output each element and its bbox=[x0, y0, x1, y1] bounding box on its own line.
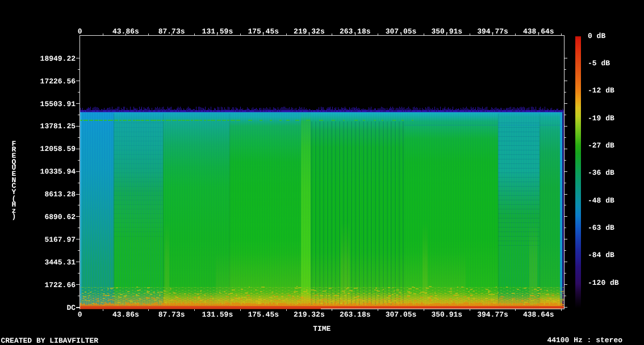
svg-text:10335.94: 10335.94 bbox=[40, 167, 76, 176]
svg-text:6890.62: 6890.62 bbox=[44, 213, 76, 221]
svg-text:-27 dB: -27 dB bbox=[588, 141, 614, 150]
svg-text:263.18s: 263.18s bbox=[340, 310, 371, 319]
svg-text:131.59s: 131.59s bbox=[202, 310, 233, 319]
svg-text:131.59s: 131.59s bbox=[202, 27, 233, 36]
svg-text:3445.31: 3445.31 bbox=[44, 258, 76, 267]
svg-text:175.45s: 175.45s bbox=[248, 310, 279, 319]
svg-text:0: 0 bbox=[78, 27, 82, 36]
svg-text:438.64s: 438.64s bbox=[523, 310, 554, 319]
svg-text:43.86s: 43.86s bbox=[112, 310, 139, 319]
svg-text:175.45s: 175.45s bbox=[248, 27, 279, 36]
svg-text:350.91s: 350.91s bbox=[431, 310, 462, 319]
svg-text:12058.59: 12058.59 bbox=[40, 145, 76, 153]
svg-text:307.05s: 307.05s bbox=[386, 310, 417, 319]
svg-text:-48 dB: -48 dB bbox=[588, 196, 614, 205]
svg-text:394.77s: 394.77s bbox=[477, 27, 508, 36]
svg-text:438.64s: 438.64s bbox=[523, 27, 554, 36]
svg-text:): ) bbox=[12, 212, 16, 221]
svg-text:DC: DC bbox=[66, 304, 76, 312]
svg-text:44100 Hz : stereo: 44100 Hz : stereo bbox=[547, 336, 622, 344]
svg-text:-19 dB: -19 dB bbox=[588, 114, 614, 123]
svg-text:87.73s: 87.73s bbox=[158, 27, 185, 36]
svg-text:219.32s: 219.32s bbox=[294, 27, 325, 36]
svg-text:0 dB: 0 dB bbox=[588, 32, 605, 40]
svg-text:18949.22: 18949.22 bbox=[40, 54, 76, 63]
svg-text:8613.28: 8613.28 bbox=[44, 190, 76, 199]
svg-text:-5 dB: -5 dB bbox=[588, 59, 610, 68]
svg-text:307.05s: 307.05s bbox=[386, 27, 417, 36]
svg-text:43.86s: 43.86s bbox=[112, 27, 139, 36]
svg-text:-12 dB: -12 dB bbox=[588, 86, 614, 95]
svg-text:1722.66: 1722.66 bbox=[44, 281, 76, 289]
svg-text:CREATED BY LIBAVFILTER: CREATED BY LIBAVFILTER bbox=[1, 336, 99, 345]
svg-text:13781.25: 13781.25 bbox=[40, 122, 76, 131]
svg-text:0: 0 bbox=[78, 310, 82, 319]
svg-text:5167.97: 5167.97 bbox=[44, 235, 76, 244]
svg-text:17226.56: 17226.56 bbox=[40, 77, 76, 86]
svg-text:394.77s: 394.77s bbox=[477, 310, 508, 319]
svg-text:-120 dB: -120 dB bbox=[588, 279, 619, 287]
svg-text:87.73s: 87.73s bbox=[158, 310, 185, 319]
svg-text:TIME: TIME bbox=[313, 325, 331, 333]
svg-text:263.18s: 263.18s bbox=[340, 27, 371, 36]
svg-text:350.91s: 350.91s bbox=[431, 27, 462, 36]
svg-text:-63 dB: -63 dB bbox=[588, 224, 614, 232]
svg-text:-84 dB: -84 dB bbox=[588, 251, 614, 259]
svg-text:219.32s: 219.32s bbox=[294, 310, 325, 319]
svg-text:-36 dB: -36 dB bbox=[588, 169, 614, 177]
svg-text:15503.91: 15503.91 bbox=[40, 100, 76, 108]
